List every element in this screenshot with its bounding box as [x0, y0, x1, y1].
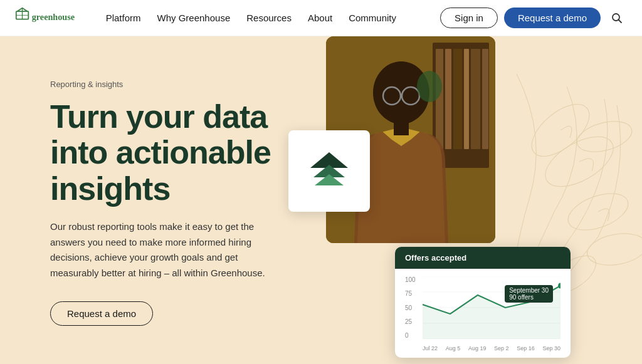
y-label-100: 100 [405, 276, 421, 283]
tooltip-value: 90 offers [509, 294, 549, 301]
main-content: Reporting & insights Turn your data into… [0, 36, 642, 364]
navbar: greenhouse Platform Why Greenhouse Resou… [0, 0, 642, 36]
breadcrumb: Reporting & insights [50, 80, 301, 89]
logo[interactable]: greenhouse [15, 7, 82, 29]
chart-card: Offers accepted 100 75 50 25 0 [395, 247, 571, 358]
svg-rect-20 [482, 49, 488, 149]
x-label-sep30: Sep 30 [542, 345, 560, 351]
svg-text:greenhouse: greenhouse [32, 12, 75, 22]
nav-links: Platform Why Greenhouse Resources About … [100, 9, 440, 27]
search-button[interactable] [607, 8, 627, 28]
y-label-50: 50 [405, 304, 421, 311]
x-label-jul22: Jul 22 [423, 345, 438, 351]
search-icon [611, 12, 623, 24]
chart-area: 100 75 50 25 0 [405, 276, 560, 351]
nav-resources[interactable]: Resources [240, 9, 298, 27]
svg-point-10 [585, 229, 642, 269]
nav-platform[interactable]: Platform [100, 9, 147, 27]
svg-line-5 [619, 19, 622, 23]
svg-point-9 [574, 116, 635, 157]
greenhouse-logo-card [288, 130, 370, 212]
signin-button[interactable]: Sign in [440, 8, 498, 28]
hero-left: Reporting & insights Turn your data into… [0, 36, 326, 364]
chart-title: Offers accepted [395, 247, 571, 269]
y-label-25: 25 [405, 318, 421, 325]
x-label-aug5: Aug 5 [446, 345, 461, 351]
x-label-aug19: Aug 19 [468, 345, 487, 351]
x-label-sep2: Sep 2 [494, 345, 509, 351]
request-demo-button-nav[interactable]: Request a demo [504, 8, 601, 28]
chart-x-labels: Jul 22 Aug 5 Aug 19 Sep 2 Sep 16 Sep 30 [423, 345, 560, 351]
svg-rect-17 [453, 49, 462, 149]
y-label-75: 75 [405, 290, 421, 297]
hero-description: Our robust reporting tools make it easy … [50, 219, 288, 281]
chart-tooltip: September 30 90 offers [505, 285, 553, 303]
svg-rect-19 [471, 49, 480, 149]
nav-community[interactable]: Community [342, 9, 403, 27]
x-label-sep16: Sep 16 [517, 345, 535, 351]
tooltip-date: September 30 [509, 287, 549, 294]
svg-rect-16 [445, 49, 451, 149]
nav-actions: Sign in Request a demo [440, 8, 627, 28]
nav-about[interactable]: About [302, 9, 339, 27]
greenhouse-triangle-icon [307, 149, 351, 193]
chart-body: 100 75 50 25 0 [395, 269, 571, 358]
nav-why-greenhouse[interactable]: Why Greenhouse [151, 9, 237, 27]
request-demo-button-hero[interactable]: Request a demo [50, 301, 153, 326]
svg-rect-25 [394, 123, 409, 135]
chart-y-labels: 100 75 50 25 0 [405, 276, 421, 339]
hero-right: Offers accepted 100 75 50 25 0 [326, 36, 642, 364]
hero-title: Turn your data into actionable insights [50, 99, 301, 207]
svg-point-26 [417, 71, 442, 102]
svg-rect-18 [464, 49, 469, 149]
y-label-0: 0 [405, 332, 421, 339]
